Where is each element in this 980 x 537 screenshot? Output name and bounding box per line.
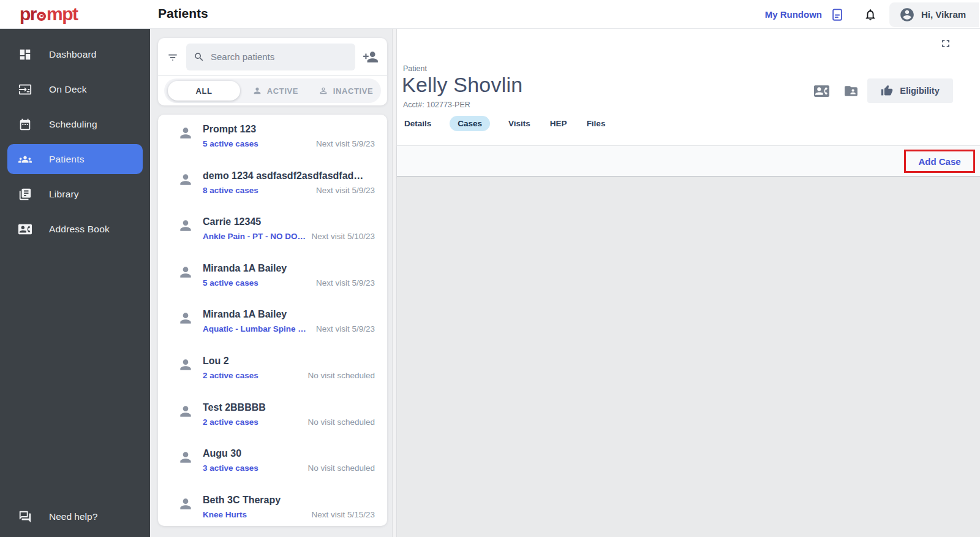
sidebar-item-on-deck[interactable]: On Deck (0, 72, 150, 107)
eligibility-label: Eligibility (900, 86, 939, 96)
patient-list-item[interactable]: Beth 3C Therapy Knee Hurts Next visit 5/… (158, 486, 387, 526)
patient-next-visit: No visit scheduled (307, 463, 375, 473)
user-avatar-icon (899, 7, 915, 23)
patient-name: Carrie 12345 (203, 216, 375, 227)
patient-list-item[interactable]: Test 2BBBBB 2 active cases No visit sche… (158, 393, 387, 440)
logo-target-icon (37, 12, 46, 21)
calendar-icon (18, 118, 32, 131)
page-title: Patients (158, 6, 208, 21)
add-case-link[interactable]: Add Case (918, 156, 960, 167)
patient-account-number: Acct#: 102773-PER (403, 101, 470, 109)
patient-detail-tabs: Details Cases Visits HEP Files (403, 115, 606, 131)
top-header: prmpt Patients My Rundown Hi, Vikram (0, 0, 980, 29)
patient-cases-link[interactable]: 8 active cases (203, 186, 258, 195)
patient-list-item[interactable]: Carrie 12345 Ankle Pain - PT - NO DO… Ne… (158, 207, 387, 254)
patient-detail-name: Kelly Shovlin (402, 73, 522, 97)
patient-cases-link[interactable]: 2 active cases (203, 417, 258, 427)
filter-tab-inactive[interactable]: INACTIVE (311, 86, 381, 96)
patient-list-item[interactable]: Lou 2 2 active cases No visit scheduled (158, 346, 387, 393)
panel-scrollbar[interactable] (392, 29, 397, 537)
patient-list-item[interactable]: Miranda 1A Bailey Aquatic - Lumbar Spine… (158, 300, 387, 346)
search-icon (194, 51, 205, 63)
patient-search-card: ALL ACTIVE INACTIVE (158, 38, 387, 105)
patient-avatar-icon (178, 403, 194, 440)
filter-icon[interactable] (167, 51, 179, 63)
patient-avatar-icon (178, 310, 194, 346)
notifications-bell-icon[interactable] (864, 8, 877, 21)
patient-list-item[interactable]: Augu 30 3 active cases No visit schedule… (158, 439, 387, 486)
prompt-logo[interactable]: prmpt (20, 4, 78, 25)
patient-list-item[interactable]: Prompt 123 5 active cases Next visit 5/9… (158, 115, 387, 161)
patient-label: Patient (403, 64, 427, 73)
patient-next-visit: No visit scheduled (307, 417, 375, 427)
contact-card-icon[interactable] (814, 83, 829, 99)
cases-toolbar: Add Case (397, 145, 980, 177)
sidebar-item-label: Library (49, 189, 79, 200)
person-filled-icon (252, 86, 262, 96)
tab-cases[interactable]: Cases (450, 116, 490, 131)
patient-cases-link[interactable]: 5 active cases (203, 139, 258, 148)
patient-list-card: Prompt 123 5 active cases Next visit 5/9… (158, 115, 387, 526)
thumb-up-icon (881, 85, 893, 97)
tab-visits[interactable]: Visits (507, 116, 532, 131)
need-help-button[interactable]: Need help? (0, 501, 150, 532)
patient-next-visit: Next visit 5/15/23 (311, 510, 375, 519)
on-deck-icon (18, 83, 32, 96)
patient-cases-link[interactable]: Knee Hurts (203, 510, 247, 519)
patient-cases-link[interactable]: Aquatic - Lumbar Spine … (203, 324, 306, 333)
patient-list-item[interactable]: demo 1234 asdfasdf2asdfasdfad… 8 active … (158, 161, 387, 208)
patient-name: Test 2BBBBB (203, 402, 375, 413)
patient-cases-link[interactable]: Ankle Pain - PT - NO DO… (203, 232, 306, 241)
logo-text-pre: pr (20, 4, 36, 25)
logo-text-post: mpt (47, 4, 78, 25)
sidebar-item-library[interactable]: Library (0, 177, 150, 211)
patient-next-visit: Next visit 5/9/23 (316, 278, 375, 288)
patient-next-visit: Next visit 5/10/23 (311, 232, 375, 241)
search-box[interactable] (186, 44, 355, 70)
patient-avatar-icon (178, 172, 194, 208)
add-patient-icon[interactable] (363, 49, 379, 65)
patient-avatar-icon (178, 125, 194, 161)
patient-list-item[interactable]: Miranda 1A Bailey 5 active cases Next vi… (158, 254, 387, 300)
rundown-document-icon[interactable] (831, 8, 844, 21)
dashboard-icon (18, 48, 32, 61)
patient-avatar-icon (178, 264, 194, 300)
search-patients-input[interactable] (211, 51, 348, 62)
patient-next-visit: No visit scheduled (307, 371, 375, 380)
tab-hep[interactable]: HEP (549, 116, 568, 131)
add-case-annotation-box: Add Case (904, 150, 975, 173)
sidebar-item-patients[interactable]: Patients (7, 144, 143, 174)
sidebar-item-address-book[interactable]: Address Book (0, 211, 150, 246)
sidebar-item-label: Dashboard (49, 49, 97, 60)
filter-tab-all[interactable]: ALL (168, 81, 240, 101)
patient-name: Beth 3C Therapy (203, 495, 375, 506)
app-window: prmpt Patients My Rundown Hi, Vikram (0, 0, 980, 537)
patient-list-panel: ALL ACTIVE INACTIVE (150, 29, 392, 537)
person-outline-icon (318, 86, 328, 96)
user-greeting: Hi, Vikram (921, 9, 966, 20)
patient-name: Lou 2 (203, 356, 375, 367)
tab-details[interactable]: Details (403, 116, 432, 131)
patient-next-visit: Next visit 5/9/23 (316, 324, 375, 333)
patient-cases-link[interactable]: 5 active cases (203, 278, 258, 288)
my-rundown-link[interactable]: My Rundown (765, 9, 822, 20)
patient-name: demo 1234 asdfasdf2asdfasdfad… (203, 170, 375, 181)
sidebar-item-scheduling[interactable]: Scheduling (0, 107, 150, 142)
library-icon (18, 188, 32, 201)
user-menu[interactable]: Hi, Vikram (889, 2, 979, 27)
tab-files[interactable]: Files (586, 116, 607, 131)
eligibility-button[interactable]: Eligibility (867, 78, 953, 103)
sidebar-item-label: Scheduling (49, 119, 97, 130)
folder-shared-icon[interactable] (843, 83, 859, 99)
filter-tab-label: INACTIVE (333, 86, 373, 96)
patient-cases-link[interactable]: 2 active cases (203, 371, 258, 380)
patient-avatar-icon (178, 218, 194, 254)
sidebar-item-dashboard[interactable]: Dashboard (0, 37, 150, 72)
fullscreen-icon[interactable] (940, 37, 952, 52)
patient-detail-panel: Patient Kelly Shovlin Acct#: 102773-PER … (397, 29, 980, 537)
filter-tab-label: ACTIVE (267, 86, 298, 96)
sidebar-item-label: On Deck (49, 84, 87, 95)
patient-cases-link[interactable]: 3 active cases (203, 463, 258, 473)
filter-tab-active[interactable]: ACTIVE (240, 86, 311, 96)
patient-next-visit: Next visit 5/9/23 (316, 139, 375, 148)
